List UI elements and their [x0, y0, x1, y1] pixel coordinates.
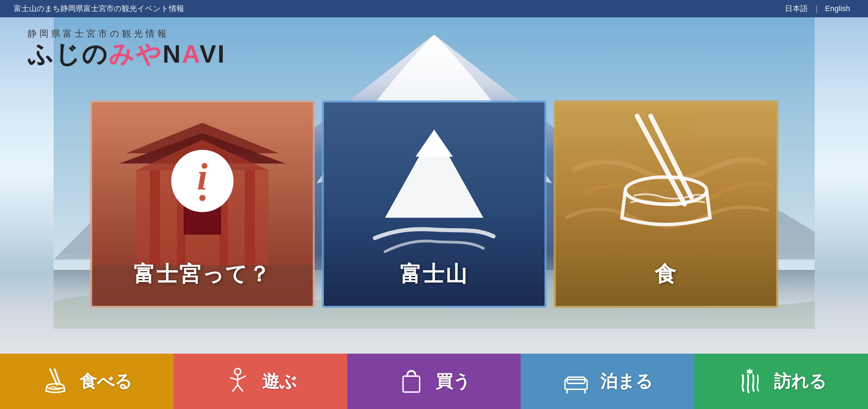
- logo-area: 静岡県富士宮市の観光情報 ふじのみやNAVI: [28, 28, 226, 66]
- hero-section: 静岡県富士宮市の観光情報 ふじのみやNAVI: [0, 17, 868, 409]
- info-letter-i: i: [197, 161, 208, 193]
- waterfall-icon: [736, 367, 764, 395]
- site-title: 富士山のまち静岡県富士宮市の観光イベント情報: [14, 3, 184, 14]
- svg-rect-33: [403, 376, 420, 392]
- logo-main: ふじのみやNAVI: [28, 42, 226, 66]
- nav-asobu[interactable]: 遊ぶ: [174, 354, 347, 409]
- nav-otozureru[interactable]: 訪れる: [694, 354, 868, 409]
- nav-tomaru[interactable]: 泊まる: [521, 354, 694, 409]
- nav-otozureru-label: 訪れる: [774, 370, 826, 393]
- language-selector: 日本語 | English: [781, 2, 854, 15]
- card-1-label: 富士宮って？: [134, 260, 271, 289]
- bottom-nav: 食べる 遊ぶ: [0, 354, 868, 409]
- svg-line-29: [231, 378, 238, 380]
- nav-kau-label: 買う: [436, 370, 470, 393]
- info-circle: i: [171, 150, 234, 212]
- card-fujisan[interactable]: 富士山: [322, 100, 547, 308]
- lang-english[interactable]: English: [821, 3, 854, 15]
- card-3-content: 食: [556, 102, 776, 306]
- nav-taberu-label: 食べる: [80, 370, 132, 393]
- noodle-bowl-icon: [42, 367, 69, 395]
- card-3-label: 食: [655, 260, 677, 289]
- shopping-bag-icon: [398, 367, 425, 395]
- nav-asobu-label: 遊ぶ: [262, 370, 297, 393]
- card-2-content: 富士山: [324, 102, 545, 306]
- logo-fuji: ふじの: [28, 40, 109, 68]
- lang-divider: |: [815, 4, 817, 13]
- logo-navi: NAVI: [163, 40, 226, 68]
- card-1-content: i 富士宮って？: [92, 102, 313, 306]
- card-2-label: 富士山: [400, 260, 468, 289]
- nav-tomaru-label: 泊まる: [600, 370, 653, 393]
- info-icon-area: i: [171, 102, 234, 260]
- logo-subtitle: 静岡県富士宮市の観光情報: [28, 28, 226, 40]
- person-activity-icon: [224, 367, 252, 395]
- svg-point-27: [235, 369, 241, 375]
- bed-icon: [562, 367, 590, 395]
- main-cards: i 富士宮って？: [54, 100, 815, 308]
- svg-line-32: [238, 385, 243, 391]
- svg-line-31: [233, 385, 238, 391]
- nav-kau[interactable]: 買う: [347, 354, 521, 409]
- logo-mi: み: [109, 40, 136, 68]
- svg-line-30: [238, 376, 245, 380]
- svg-rect-34: [565, 380, 587, 389]
- lang-japanese[interactable]: 日本語: [781, 2, 812, 15]
- top-bar: 富士山のまち静岡県富士宮市の観光イベント情報 日本語 | English: [0, 0, 868, 17]
- card-food[interactable]: 食: [554, 100, 778, 308]
- nav-taberu[interactable]: 食べる: [0, 354, 174, 409]
- logo-ya: や: [136, 40, 163, 68]
- info-dot: [199, 195, 205, 201]
- svg-point-26: [47, 384, 64, 389]
- card-fujinomiya[interactable]: i 富士宮って？: [90, 100, 315, 308]
